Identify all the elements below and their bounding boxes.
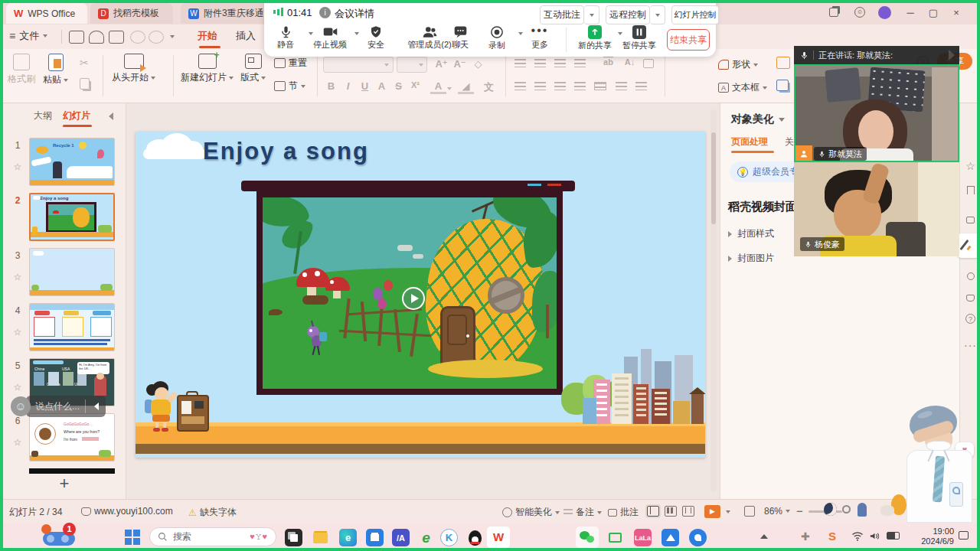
comments-button[interactable]: 批注 xyxy=(608,506,639,519)
clear-format-icon[interactable]: ◇ xyxy=(470,58,486,70)
floating-notification-widget[interactable]: 1 xyxy=(40,523,86,549)
mute-button[interactable]: 静音 xyxy=(264,25,307,51)
section-button[interactable]: 节 xyxy=(274,80,305,93)
numbered-list-icon[interactable] xyxy=(534,59,546,67)
stack-windows-icon[interactable] xyxy=(824,3,844,21)
notification-center-icon[interactable] xyxy=(959,531,969,540)
chat-placeholder[interactable]: 说点什么... xyxy=(35,400,80,413)
tab-insert[interactable]: 插入 xyxy=(236,29,256,43)
video-frame[interactable] xyxy=(263,197,557,389)
file-explorer-icon[interactable] xyxy=(312,529,329,546)
chat-quick-input[interactable]: ☺ 说点什么... xyxy=(26,396,106,417)
slide-star-icon[interactable]: ☆ xyxy=(11,327,24,337)
minimize-button[interactable]: ─ xyxy=(900,3,920,21)
tray-clock[interactable]: 19:00 2024/6/9 xyxy=(910,527,954,546)
line-spacing-icon[interactable] xyxy=(616,82,627,90)
maximize-button[interactable]: ▢ xyxy=(923,3,943,21)
missing-font-warning[interactable]: ⚠ 缺失字体 xyxy=(188,506,237,519)
slide-star-icon[interactable]: ☆ xyxy=(11,437,24,448)
slide-thumbnail-6[interactable]: GoGoGoGoGo… Where are you from? I'm from xyxy=(29,413,115,461)
columns-icon[interactable] xyxy=(635,82,647,90)
slide-thumbnail-3[interactable] xyxy=(29,248,115,296)
fit-window-icon[interactable] xyxy=(744,506,755,517)
bullet-list-icon[interactable] xyxy=(514,59,526,67)
remote-control-button[interactable]: 远程控制 xyxy=(606,5,650,24)
favorite-star-icon[interactable]: ☆ xyxy=(964,160,977,173)
justify-icon[interactable] xyxy=(574,82,586,90)
font-color-chevron-icon[interactable] xyxy=(447,87,452,90)
textbox-button[interactable]: A 文本框 xyxy=(718,81,767,94)
zoom-level[interactable]: 86% xyxy=(764,506,790,517)
tab-page-processing[interactable]: 页面处理 xyxy=(731,135,768,148)
cover-style-item[interactable]: 封面样式 xyxy=(728,227,774,240)
k-app-icon[interactable]: K xyxy=(440,529,458,546)
find-replace-icon[interactable] xyxy=(964,270,977,283)
print-preview-icon[interactable] xyxy=(109,31,124,44)
decrease-indent-icon[interactable] xyxy=(554,59,566,67)
participant-video[interactable]: 杨俊豪 xyxy=(794,162,959,256)
align-right-icon[interactable] xyxy=(554,82,566,90)
char-spacing-button[interactable]: A xyxy=(374,80,390,92)
strikethrough-button[interactable]: S xyxy=(390,80,407,92)
microsoft-store-icon[interactable] xyxy=(366,529,384,546)
pen-tool-active[interactable] xyxy=(957,233,980,258)
format-painter-button[interactable]: 格式刷 xyxy=(8,54,35,86)
wechat-taskbar-tile[interactable] xyxy=(576,527,599,548)
qq-icon[interactable] xyxy=(466,529,484,546)
increase-font-icon[interactable]: A⁺ xyxy=(433,58,449,70)
search-box[interactable]: 搜索 ♥𝚈♥ xyxy=(149,527,276,546)
end-share-button[interactable]: 结束共享 xyxy=(667,29,710,51)
battery-icon[interactable] xyxy=(887,532,900,540)
task-view-icon[interactable] xyxy=(285,529,302,546)
tab-outline[interactable]: 大纲 xyxy=(34,109,52,122)
zoom-out-button[interactable]: − xyxy=(796,504,803,517)
lala-app-icon[interactable]: LaLa xyxy=(634,529,652,546)
slide-sorter-view-button[interactable] xyxy=(665,506,677,517)
new-share-button[interactable]: 新的共享 xyxy=(573,25,616,51)
close-button[interactable]: × xyxy=(946,3,966,21)
tab-docer-templates[interactable]: D 找稻壳模板 xyxy=(90,3,173,24)
start-button[interactable] xyxy=(125,530,140,545)
underline-button[interactable]: U xyxy=(357,80,373,92)
tray-expand-icon[interactable] xyxy=(760,534,768,539)
stop-video-button[interactable]: 停止视频 xyxy=(309,25,351,51)
add-slide-button[interactable]: + xyxy=(55,475,74,494)
internet-explorer-icon[interactable]: e xyxy=(417,529,435,546)
shapes-button[interactable]: 形状 xyxy=(718,58,758,71)
cover-image-item[interactable]: 封面图片 xyxy=(728,252,774,265)
tab-document[interactable]: W 附件3重庆移通学 xyxy=(181,3,266,24)
italic-button[interactable]: I xyxy=(340,80,356,92)
phonetic-button[interactable]: 文 xyxy=(481,80,497,94)
feedback-icon[interactable]: ☺ xyxy=(850,3,870,21)
participant-video-active[interactable]: 那就莫法 xyxy=(794,64,959,162)
new-slide-button[interactable]: + 新建幻灯片 xyxy=(181,54,234,84)
notes-button[interactable]: 备注 xyxy=(564,506,602,519)
insert-picture-icon[interactable] xyxy=(776,57,790,69)
more-tools-icon[interactable]: ··· xyxy=(964,339,977,352)
font-name-combo[interactable] xyxy=(323,57,394,73)
paste-button[interactable]: 粘贴 xyxy=(43,54,68,86)
slide-2-canvas[interactable]: Enjoy a song xyxy=(136,132,705,458)
slide-star-icon[interactable]: ☆ xyxy=(11,382,24,393)
arrange-icon[interactable] xyxy=(776,80,789,91)
comment-tool-icon[interactable] xyxy=(964,214,977,227)
more-button[interactable]: ••• 更多 xyxy=(518,25,561,51)
play-from-start-button[interactable]: 从头开始 xyxy=(112,54,155,84)
video-play-button[interactable] xyxy=(402,287,425,310)
font-size-combo[interactable] xyxy=(397,57,427,73)
wifi-icon[interactable] xyxy=(851,531,864,541)
sogou-input-icon[interactable]: S xyxy=(828,530,836,543)
file-menu[interactable]: ≡ 文件 xyxy=(9,29,47,43)
decrease-font-icon[interactable]: A⁻ xyxy=(452,58,468,70)
bold-button[interactable]: B xyxy=(323,80,339,92)
edge-browser-icon[interactable]: e xyxy=(339,529,357,546)
slide-thumbnail-4[interactable] xyxy=(29,303,115,351)
flag-icon[interactable] xyxy=(964,184,977,197)
emoji-face-icon[interactable]: ☺ xyxy=(11,396,31,416)
normal-view-button[interactable] xyxy=(647,506,659,517)
tab-home[interactable]: 开始 xyxy=(198,29,217,43)
font-color-button[interactable]: A xyxy=(430,80,446,94)
highlight-button[interactable]: ◢ xyxy=(458,80,474,94)
pause-share-button[interactable]: 暂停共享 xyxy=(618,25,661,51)
slash-a-app-icon[interactable]: /A xyxy=(392,529,410,546)
